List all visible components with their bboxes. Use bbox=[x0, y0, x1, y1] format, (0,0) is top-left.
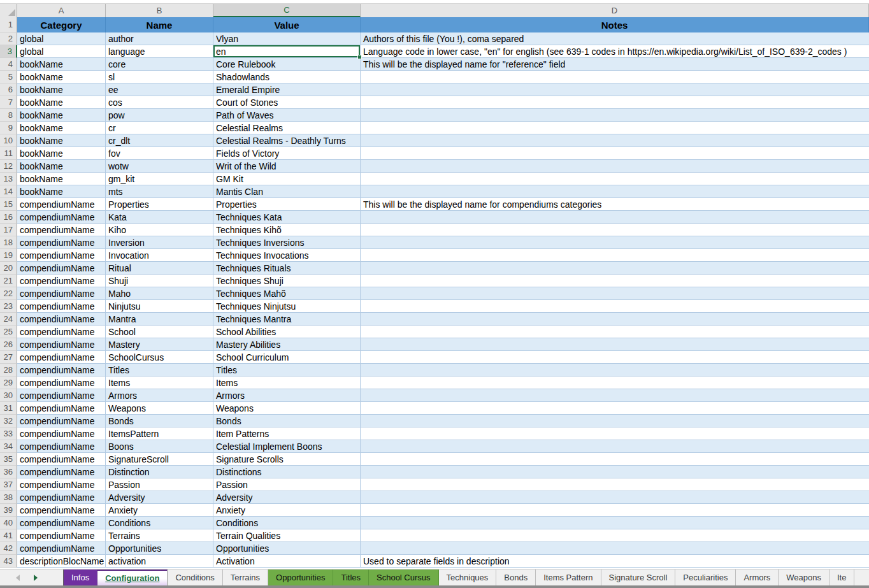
cell-category[interactable]: bookName bbox=[17, 147, 106, 160]
row-number[interactable]: 36 bbox=[0, 466, 17, 478]
row-number[interactable]: 29 bbox=[0, 376, 17, 389]
cell-notes[interactable] bbox=[361, 504, 869, 517]
cell-category[interactable]: compendiumName bbox=[17, 517, 106, 529]
cell-name[interactable]: ItemsPattern bbox=[106, 427, 213, 440]
sheet-tab-opportunities[interactable]: Opportunities bbox=[268, 570, 333, 585]
cell-category[interactable]: compendiumName bbox=[17, 224, 106, 236]
cell-category[interactable]: bookName bbox=[17, 173, 106, 185]
row-number[interactable]: 30 bbox=[0, 389, 17, 402]
cell-notes[interactable]: Authors of this file (You !), coma separ… bbox=[361, 32, 869, 45]
cell-notes[interactable] bbox=[361, 134, 869, 147]
row-number[interactable]: 2 bbox=[0, 32, 17, 45]
cell-name[interactable]: Kiho bbox=[106, 224, 213, 236]
cell-category[interactable]: compendiumName bbox=[17, 351, 106, 364]
cell-category[interactable]: bookName bbox=[17, 109, 106, 122]
row-number[interactable]: 9 bbox=[0, 122, 17, 134]
header-cell-category[interactable]: Category bbox=[17, 17, 106, 32]
sheet-tab-ite[interactable]: Ite bbox=[830, 570, 854, 585]
row-number[interactable]: 6 bbox=[0, 83, 17, 96]
row-number[interactable]: 37 bbox=[0, 478, 17, 491]
cell-name[interactable]: cr bbox=[106, 122, 213, 134]
sheet-tab-titles[interactable]: Titles bbox=[333, 570, 369, 585]
cell-name[interactable]: Terrains bbox=[106, 529, 213, 542]
cell-value[interactable]: Conditions bbox=[213, 517, 361, 529]
cell-value[interactable]: Techniques Kihõ bbox=[213, 224, 361, 236]
sheet-tab-weapons[interactable]: Weapons bbox=[779, 570, 830, 585]
cell-category[interactable]: bookName bbox=[17, 96, 106, 109]
sheet-tab-techniques[interactable]: Techniques bbox=[439, 570, 497, 585]
cell-name[interactable]: cos bbox=[106, 96, 213, 109]
sheet-scroll-right-arrow-icon[interactable] bbox=[34, 575, 38, 581]
cell-value[interactable]: School Curriculum bbox=[213, 351, 361, 364]
cell-name[interactable]: pow bbox=[106, 109, 213, 122]
cell-value[interactable]: Court of Stones bbox=[213, 96, 361, 109]
row-number[interactable]: 12 bbox=[0, 160, 17, 173]
cell-category[interactable]: compendiumName bbox=[17, 300, 106, 313]
cell-notes[interactable]: Language code in lower case, "en" for en… bbox=[361, 45, 869, 58]
cell-notes[interactable] bbox=[361, 185, 869, 198]
cell-name[interactable]: Distinction bbox=[106, 466, 213, 478]
row-number[interactable]: 40 bbox=[0, 517, 17, 529]
cell-category[interactable]: bookName bbox=[17, 160, 106, 173]
sheet-tab-terrains[interactable]: Terrains bbox=[223, 570, 268, 585]
cell-category[interactable]: compendiumName bbox=[17, 313, 106, 326]
column-header-c[interactable]: C bbox=[213, 4, 361, 17]
row-number[interactable]: 16 bbox=[0, 211, 17, 224]
cell-name[interactable]: Invocation bbox=[106, 249, 213, 262]
cell-notes[interactable] bbox=[361, 453, 869, 466]
row-number[interactable]: 25 bbox=[0, 326, 17, 338]
cell-category[interactable]: compendiumName bbox=[17, 440, 106, 453]
cell-notes[interactable] bbox=[361, 351, 869, 364]
cell-value[interactable]: Distinctions bbox=[213, 466, 361, 478]
cell-name[interactable]: Maho bbox=[106, 287, 213, 300]
row-number[interactable]: 28 bbox=[0, 364, 17, 376]
row-number[interactable]: 15 bbox=[0, 198, 17, 211]
cell-category[interactable]: compendiumName bbox=[17, 338, 106, 351]
row-number[interactable]: 23 bbox=[0, 300, 17, 313]
cell-notes[interactable] bbox=[361, 326, 869, 338]
cell-category[interactable]: compendiumName bbox=[17, 376, 106, 389]
column-header-d[interactable]: D bbox=[361, 4, 869, 17]
cell-value[interactable]: Techniques Mantra bbox=[213, 313, 361, 326]
cell-notes[interactable] bbox=[361, 338, 869, 351]
cell-value[interactable]: Signature Scrolls bbox=[213, 453, 361, 466]
cell-name[interactable]: author bbox=[106, 32, 213, 45]
cell-notes[interactable]: This will be the displayed name for comp… bbox=[361, 198, 869, 211]
cell-notes[interactable] bbox=[361, 427, 869, 440]
cell-category[interactable]: compendiumName bbox=[17, 504, 106, 517]
cell-name[interactable]: School bbox=[106, 326, 213, 338]
column-header-b[interactable]: B bbox=[106, 4, 213, 17]
cell-notes[interactable] bbox=[361, 224, 869, 236]
cell-value[interactable]: Fields of Victory bbox=[213, 147, 361, 160]
cell-name[interactable]: wotw bbox=[106, 160, 213, 173]
row-number[interactable]: 43 bbox=[0, 555, 17, 568]
cell-category[interactable]: compendiumName bbox=[17, 529, 106, 542]
cell-notes[interactable] bbox=[361, 160, 869, 173]
cell-notes[interactable] bbox=[361, 466, 869, 478]
cell-notes[interactable] bbox=[361, 96, 869, 109]
cell-name[interactable]: fov bbox=[106, 147, 213, 160]
row-number[interactable]: 35 bbox=[0, 453, 17, 466]
sheet-tab-school-cursus[interactable]: School Cursus bbox=[369, 570, 439, 585]
cell-name[interactable]: Shuji bbox=[106, 275, 213, 287]
selected-cell[interactable]: en bbox=[213, 45, 361, 58]
cell-notes[interactable] bbox=[361, 122, 869, 134]
cell-notes[interactable] bbox=[361, 71, 869, 83]
cell-category[interactable]: compendiumName bbox=[17, 236, 106, 249]
cell-name[interactable]: language bbox=[106, 45, 213, 58]
cell-value[interactable]: Item Patterns bbox=[213, 427, 361, 440]
row-number[interactable]: 24 bbox=[0, 313, 17, 326]
row-number[interactable]: 32 bbox=[0, 415, 17, 427]
cell-value[interactable]: Techniques Ninjutsu bbox=[213, 300, 361, 313]
sheet-tab-bonds[interactable]: Bonds bbox=[496, 570, 536, 585]
cell-name[interactable]: cr_dlt bbox=[106, 134, 213, 147]
cell-notes[interactable] bbox=[361, 287, 869, 300]
cell-notes[interactable] bbox=[361, 275, 869, 287]
cell-category[interactable]: bookName bbox=[17, 122, 106, 134]
row-number[interactable]: 8 bbox=[0, 109, 17, 122]
cell-category[interactable]: global bbox=[17, 32, 106, 45]
row-number[interactable]: 11 bbox=[0, 147, 17, 160]
cell-category[interactable]: descriptionBlocName bbox=[17, 555, 106, 568]
cell-category[interactable]: compendiumName bbox=[17, 364, 106, 376]
cell-value[interactable]: Celestial Realms bbox=[213, 122, 361, 134]
